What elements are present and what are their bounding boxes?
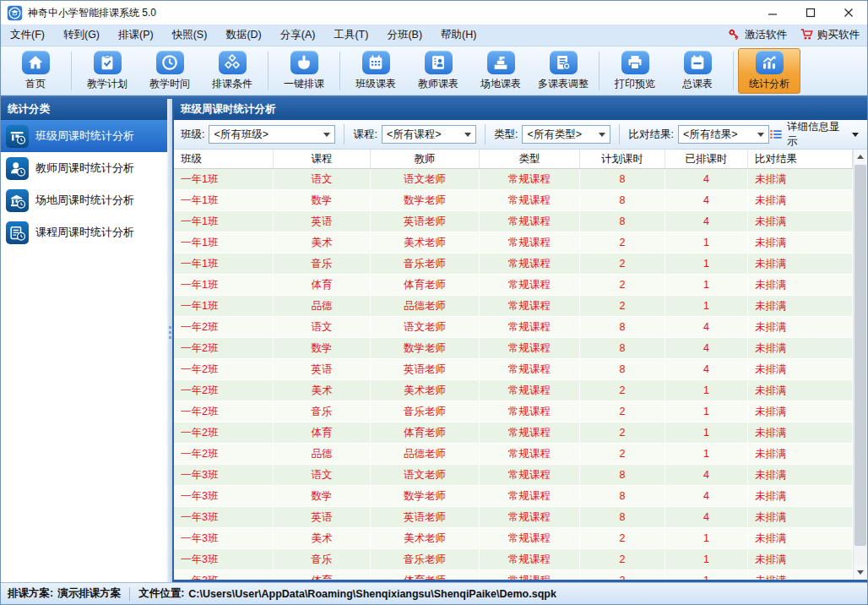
toolbar-button-classtable[interactable]: 班级课表 bbox=[344, 48, 407, 94]
cell-course: 音乐 bbox=[274, 253, 371, 275]
table-row[interactable]: 一年2班体育体育老师常规课程21未排满 bbox=[174, 422, 853, 444]
menu-item-1[interactable]: 转到(G) bbox=[54, 25, 109, 46]
cell-planned: 2 bbox=[580, 444, 665, 465]
toolbar-button-master[interactable]: 总课表 bbox=[666, 48, 729, 94]
close-button[interactable] bbox=[829, 1, 867, 25]
class-filter-dropdown[interactable]: <所有班级> bbox=[209, 125, 335, 144]
cell-type: 常规课程 bbox=[480, 444, 580, 465]
cell-course: 英语 bbox=[274, 507, 371, 528]
cell-teacher: 英语老师 bbox=[371, 507, 480, 528]
detail-info-toggle[interactable]: 详细信息显示 bbox=[769, 120, 859, 149]
table-row[interactable]: 一年1班语文语文老师常规课程84未排满 bbox=[174, 169, 853, 190]
cell-planned: 8 bbox=[580, 190, 665, 211]
app-window: 神奇中小学智能排课系统 5.0 文件(F)转到(G)排课(P)快照(S)数据(D… bbox=[0, 0, 868, 605]
clock-icon bbox=[156, 51, 184, 74]
table-row[interactable]: 一年3班英语英语老师常规课程84未排满 bbox=[174, 507, 853, 528]
key-icon bbox=[727, 27, 741, 44]
vertical-scrollbar[interactable] bbox=[853, 150, 867, 580]
maximize-button[interactable] bbox=[791, 1, 829, 25]
cell-result: 未排满 bbox=[748, 549, 853, 570]
cell-planned: 2 bbox=[580, 253, 665, 275]
table-row[interactable]: 一年3班美术美术老师常规课程21未排满 bbox=[174, 528, 853, 549]
menu-item-0[interactable]: 文件(F) bbox=[1, 25, 54, 46]
activate-software-button[interactable]: 激活软件 bbox=[727, 27, 787, 44]
sidebar-item-2[interactable]: 场地周课时统计分析 bbox=[1, 184, 167, 216]
table-row[interactable]: 一年3班音乐音乐老师常规课程21未排满 bbox=[174, 549, 853, 570]
table-row[interactable]: 一年2班品德品德老师常规课程21未排满 bbox=[174, 444, 853, 465]
toolbar-button-print[interactable]: 打印预览 bbox=[604, 48, 666, 94]
cell-course: 音乐 bbox=[274, 549, 371, 570]
table-header-row: 班级课程教师类型计划课时已排课时比对结果 bbox=[174, 150, 853, 169]
scroll-up-button[interactable] bbox=[854, 150, 867, 164]
menu-item-7[interactable]: 分班(B) bbox=[377, 25, 431, 46]
cell-teacher: 体育老师 bbox=[371, 422, 480, 444]
column-header-class: 班级 bbox=[174, 150, 274, 168]
toolbar-button-time[interactable]: 教学时间 bbox=[138, 48, 201, 94]
sidebar-item-3[interactable]: 课程周课时统计分析 bbox=[1, 216, 167, 248]
menu-item-5[interactable]: 分享(A) bbox=[271, 25, 325, 46]
toolbar-button-teachertable[interactable]: 教师课表 bbox=[407, 48, 469, 94]
cell-arranged: 4 bbox=[665, 190, 748, 211]
result-filter-dropdown[interactable]: <所有结果> bbox=[678, 125, 769, 144]
table-row[interactable]: 一年1班数学数学老师常规课程84未排满 bbox=[174, 190, 853, 211]
table-row[interactable]: 一年1班音乐音乐老师常规课程21未排满 bbox=[174, 253, 853, 275]
menu-item-4[interactable]: 数据(D) bbox=[216, 25, 270, 46]
course-filter-dropdown[interactable]: <所有课程> bbox=[382, 125, 476, 144]
table-row[interactable]: 一年1班英语英语老师常规课程84未排满 bbox=[174, 211, 853, 232]
scroll-down-button[interactable] bbox=[854, 565, 867, 580]
cell-result: 未排满 bbox=[748, 486, 853, 507]
venue-icon bbox=[487, 51, 515, 74]
table-row[interactable]: 一年1班体育体育老师常规课程21未排满 bbox=[174, 275, 853, 296]
cell-teacher: 品德老师 bbox=[371, 444, 480, 465]
cell-teacher: 体育老师 bbox=[371, 275, 480, 296]
cell-type: 常规课程 bbox=[480, 232, 580, 253]
toolbar-button-condition[interactable]: 排课条件 bbox=[201, 48, 263, 94]
table-row[interactable]: 一年2班美术美术老师常规课程21未排满 bbox=[174, 380, 853, 401]
toolbar-button-stats[interactable]: 统计分析 bbox=[738, 48, 800, 94]
table-row[interactable]: 一年2班音乐音乐老师常规课程21未排满 bbox=[174, 401, 853, 422]
table-row[interactable]: 一年3班语文语文老师常规课程84未排满 bbox=[174, 465, 853, 486]
table-row[interactable]: 一年3班数学数学老师常规课程84未排满 bbox=[174, 486, 853, 507]
cell-class: 一年3班 bbox=[174, 570, 274, 580]
cell-planned: 2 bbox=[580, 380, 665, 401]
scrollbar-thumb[interactable] bbox=[854, 165, 866, 546]
table-row[interactable]: 一年2班数学数学老师常规课程84未排满 bbox=[174, 338, 853, 359]
menu-item-6[interactable]: 工具(T) bbox=[324, 25, 377, 46]
toolbar-button-plan[interactable]: 教学计划 bbox=[76, 48, 138, 94]
cell-arranged: 4 bbox=[665, 338, 748, 359]
buy-software-button[interactable]: 购买软件 bbox=[800, 27, 860, 44]
menu-item-8[interactable]: 帮助(H) bbox=[431, 25, 486, 46]
cell-type: 常规课程 bbox=[480, 359, 580, 380]
type-filter-dropdown[interactable]: <所有类型> bbox=[522, 125, 610, 144]
toolbar-button-home[interactable]: 首页 bbox=[4, 48, 67, 94]
table-row[interactable]: 一年1班品德品德老师常规课程21未排满 bbox=[174, 296, 853, 317]
sidebar-item-0[interactable]: 班级周课时统计分析 bbox=[1, 120, 167, 152]
table-row[interactable]: 一年1班美术美术老师常规课程21未排满 bbox=[174, 232, 853, 253]
toolbar-button-venuetable[interactable]: 场地课表 bbox=[469, 48, 532, 94]
cell-planned: 8 bbox=[580, 211, 665, 232]
cell-result: 未排满 bbox=[748, 444, 853, 465]
sidebar-item-1[interactable]: 教师周课时统计分析 bbox=[1, 152, 167, 184]
titlebar: 神奇中小学智能排课系统 5.0 bbox=[1, 1, 867, 25]
cell-course: 品德 bbox=[274, 296, 371, 317]
menu-item-3[interactable]: 快照(S) bbox=[163, 25, 217, 46]
chevron-down-icon bbox=[323, 133, 330, 137]
table-row[interactable]: 一年3班体育体育老师常规课程21未排满 bbox=[174, 570, 853, 580]
cell-class: 一年1班 bbox=[174, 275, 274, 296]
cell-arranged: 4 bbox=[665, 211, 748, 232]
scrollbar-track[interactable] bbox=[854, 164, 867, 565]
splitter[interactable] bbox=[167, 99, 172, 582]
toolbar-button-label: 场地课表 bbox=[480, 77, 521, 91]
cell-class: 一年3班 bbox=[174, 507, 274, 528]
toolbar-button-label: 教师课表 bbox=[418, 77, 458, 91]
menu-item-2[interactable]: 排课(P) bbox=[109, 25, 163, 46]
minimize-button[interactable] bbox=[753, 1, 791, 25]
cell-type: 常规课程 bbox=[480, 211, 580, 232]
table-row[interactable]: 一年2班英语英语老师常规课程84未排满 bbox=[174, 359, 853, 380]
cell-class: 一年1班 bbox=[174, 232, 274, 253]
chevron-down-icon bbox=[464, 133, 471, 137]
result-filter-label: 比对结果: bbox=[628, 128, 673, 142]
table-row[interactable]: 一年2班语文语文老师常规课程84未排满 bbox=[174, 317, 853, 338]
toolbar-button-autoschedule[interactable]: 一键排课 bbox=[273, 48, 335, 94]
toolbar-button-adjust[interactable]: 多课表调整 bbox=[532, 48, 594, 94]
